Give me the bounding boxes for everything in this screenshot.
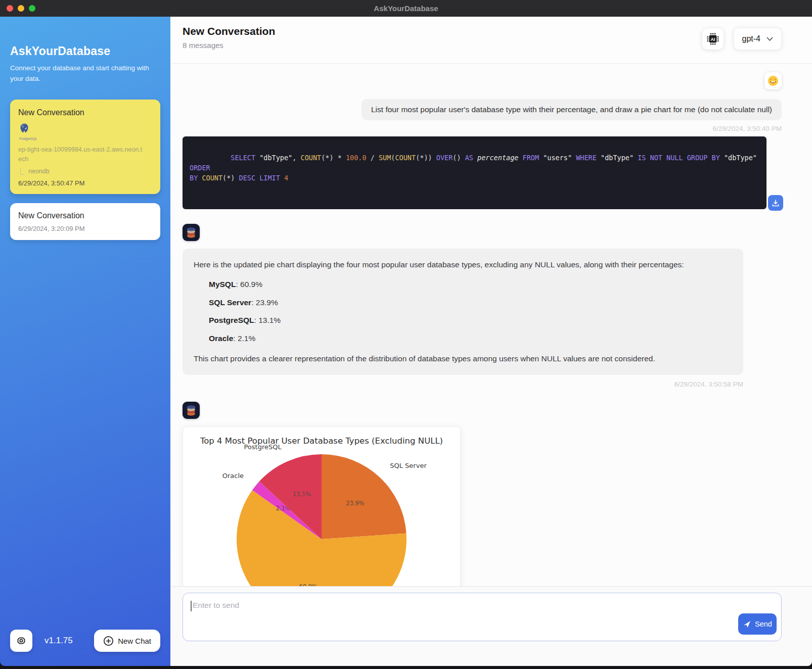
- pie-percent-label: 23.9%: [346, 500, 365, 507]
- assistant-message-group: Here is the updated pie chart displaying…: [183, 224, 782, 388]
- conversation-db-host: ep-tight-sea-10099984.us-east-2.aws.neon…: [18, 145, 145, 165]
- conversation-db-name: neondb: [28, 168, 50, 175]
- minimize-window-button[interactable]: [18, 5, 24, 12]
- plus-circle-icon: [103, 636, 114, 646]
- pie-chart: 23.9%SQL Server60.9%MySQL2.1%Oracle13.1%…: [183, 427, 461, 586]
- list-item: SQL Server: 23.9%: [209, 297, 732, 308]
- send-button[interactable]: Send: [738, 613, 777, 635]
- pie-percent-label: 13.1%: [293, 491, 311, 498]
- app-window: AskYourDatabase AskYourDatabase Connect …: [0, 0, 812, 666]
- message-input-box: Send: [183, 593, 782, 641]
- assistant-intro: Here is the updated pie chart displaying…: [194, 259, 732, 270]
- assistant-chart-group: Top 4 Most Popular User Database Types (…: [183, 402, 782, 586]
- assistant-message-timestamp: 6/29/2024, 3:50:58 PM: [183, 380, 743, 388]
- composer: Send: [170, 586, 812, 666]
- branch-icon: [20, 168, 25, 175]
- pie-slice-label: Oracle: [222, 472, 244, 480]
- smiley-emoji-icon: [767, 75, 779, 87]
- conversation-title: New Conversation: [18, 211, 152, 220]
- postgresql-logo-icon: [18, 122, 30, 134]
- user-message-bubble: List four most popular user's database t…: [362, 99, 782, 120]
- pie-slice-label: PostgreSQL: [244, 443, 282, 451]
- user-avatar: [764, 72, 782, 89]
- db-type-list: MySQL: 60.9% SQL Server: 23.9% PostgreSQ…: [209, 279, 732, 344]
- titlebar: AskYourDatabase: [0, 0, 812, 17]
- conversation-timestamp: 6/29/2024, 3:50:47 PM: [18, 179, 152, 187]
- conversation-title: New Conversation: [18, 108, 152, 117]
- text-caret: [191, 601, 192, 611]
- new-chat-label: New Chat: [118, 637, 151, 645]
- window-controls: [7, 0, 35, 17]
- assistant-avatar: [183, 224, 200, 241]
- conversation-card[interactable]: New Conversation 6/29/2024, 3:20:09 PM: [10, 203, 160, 240]
- conversation-timestamp: 6/29/2024, 3:20:09 PM: [18, 225, 152, 232]
- sidebar: AskYourDatabase Connect your database an…: [0, 17, 170, 666]
- send-button-label: Send: [755, 620, 772, 628]
- db-logo-caption: PostgreSQL: [19, 137, 152, 140]
- chat-header: New Conversation 8 messages AI: [170, 17, 812, 64]
- app-name: AskYourDatabase: [10, 44, 160, 58]
- pie-percent-label: 60.9%: [299, 583, 318, 586]
- ai-model-button[interactable]: AI: [702, 28, 724, 50]
- pie-chart-card: Top 4 Most Popular User Database Types (…: [183, 426, 461, 586]
- app-version: v1.1.75: [44, 636, 73, 646]
- list-item: MySQL: 60.9%: [209, 279, 732, 290]
- svg-text:AI: AI: [710, 37, 715, 42]
- ai-chip-icon: AI: [706, 32, 720, 46]
- list-item: Oracle: 2.1%: [209, 333, 732, 344]
- assistant-avatar: [183, 402, 200, 419]
- conversation-card-selected[interactable]: New Conversation PostgreSQL ep-tight-sea…: [10, 100, 160, 194]
- model-dropdown[interactable]: gpt-4: [734, 28, 782, 50]
- close-window-button[interactable]: [7, 5, 13, 12]
- db-logo-block: PostgreSQL: [18, 122, 152, 140]
- model-dropdown-value: gpt-4: [742, 34, 760, 43]
- window-title: AskYourDatabase: [374, 4, 438, 13]
- sql-code: SELECT "dbType", COUNT(*) * 100.0 / SUM(…: [190, 154, 761, 182]
- message-input[interactable]: [183, 593, 781, 641]
- paper-plane-icon: [743, 620, 751, 629]
- user-message-group: List four most popular user's database t…: [362, 72, 782, 134]
- assistant-message-bubble: Here is the updated pie chart displaying…: [183, 249, 743, 375]
- sql-code-block: SELECT "dbType", COUNT(*) * 100.0 / SUM(…: [183, 136, 766, 209]
- assistant-outro: This chart provides a clearer representa…: [194, 353, 732, 364]
- database-stack-icon: [186, 226, 197, 238]
- zoom-window-button[interactable]: [29, 5, 35, 12]
- user-message-timestamp: 6/29/2024, 3:50:40 PM: [712, 125, 782, 132]
- new-chat-button[interactable]: New Chat: [94, 630, 160, 652]
- pie-slice-label: SQL Server: [390, 462, 427, 469]
- download-sql-button[interactable]: [768, 195, 783, 211]
- sidebar-footer: v1.1.75 New Chat: [10, 630, 160, 652]
- download-icon: [772, 199, 780, 207]
- database-stack-icon: [186, 404, 197, 416]
- main-panel: New Conversation 8 messages AI: [170, 17, 812, 666]
- chat-scroll-area[interactable]: List four most popular user's database t…: [170, 64, 812, 586]
- app-tagline: Connect your database and start chatting…: [10, 63, 154, 84]
- chevron-down-icon: [766, 37, 773, 41]
- list-item: PostgreSQL: 13.1%: [209, 315, 732, 326]
- settings-button[interactable]: [10, 630, 32, 652]
- gear-icon: [15, 635, 27, 647]
